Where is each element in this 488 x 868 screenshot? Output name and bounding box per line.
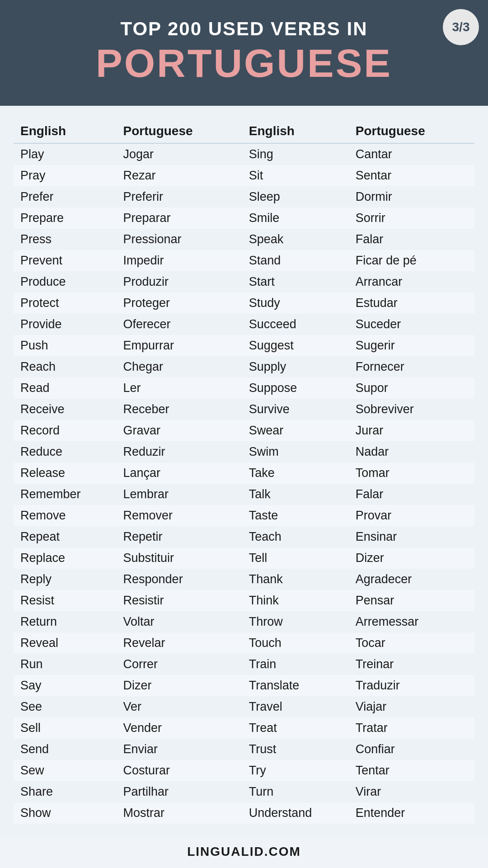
table-row: PreventImpedirStandFicar de pé <box>14 250 474 271</box>
table-cell: Receber <box>117 399 242 420</box>
table-cell: Rezar <box>117 165 242 186</box>
table-cell: Mostrar <box>117 802 242 824</box>
table-cell: Sleep <box>242 186 349 208</box>
table-row: PlayJogarSingCantar <box>14 143 474 165</box>
table-cell: Speak <box>242 229 349 250</box>
table-cell: Voltar <box>117 611 242 632</box>
table-row: SharePartilharTurnVirar <box>14 781 474 802</box>
table-cell: Prefer <box>14 186 117 208</box>
table-cell: Reduce <box>14 441 117 462</box>
table-cell: Virar <box>349 781 474 802</box>
table-cell: Cantar <box>349 143 474 165</box>
table-cell: Suggest <box>242 335 349 356</box>
table-cell: Send <box>14 739 117 760</box>
table-cell: Estudar <box>349 292 474 314</box>
table-row: ReachChegarSupplyFornecer <box>14 356 474 377</box>
table-cell: Partilhar <box>117 781 242 802</box>
table-cell: Costurar <box>117 760 242 781</box>
header: 3/3 TOP 200 USED VERBS IN PORTUGUESE <box>0 0 488 106</box>
table-row: PreferPreferirSleepDormir <box>14 186 474 208</box>
table-cell: Ficar de pé <box>349 250 474 271</box>
page-badge: 3/3 <box>443 9 479 45</box>
table-cell: Record <box>14 420 117 441</box>
table-cell: Viajar <box>349 696 474 717</box>
table-cell: Fornecer <box>349 356 474 377</box>
table-cell: Sell <box>14 717 117 739</box>
table-cell: Ensinar <box>349 526 474 547</box>
table-cell: Suppose <box>242 377 349 399</box>
table-cell: Nadar <box>349 441 474 462</box>
table-cell: Supply <box>242 356 349 377</box>
table-cell: Start <box>242 271 349 292</box>
table-row: SewCosturarTryTentar <box>14 760 474 781</box>
table-cell: Succeed <box>242 314 349 335</box>
table-cell: Swear <box>242 420 349 441</box>
table-cell: Remover <box>117 505 242 526</box>
table-cell: Provar <box>349 505 474 526</box>
table-cell: Take <box>242 462 349 484</box>
table-row: PressPressionarSpeakFalar <box>14 229 474 250</box>
header-subtitle: TOP 200 USED VERBS IN <box>27 18 461 40</box>
table-cell: See <box>14 696 117 717</box>
table-cell: Preparar <box>117 208 242 229</box>
verb-table: English Portuguese English Portuguese Pl… <box>14 119 474 824</box>
table-cell: Prevent <box>14 250 117 271</box>
table-cell: Enviar <box>117 739 242 760</box>
table-cell: Sobreviver <box>349 399 474 420</box>
table-cell: Try <box>242 760 349 781</box>
header-title: PORTUGUESE <box>27 43 461 83</box>
col3-header: English <box>242 119 349 143</box>
footer: LINGUALID.COM <box>0 835 488 868</box>
table-cell: Travel <box>242 696 349 717</box>
table-cell: Reach <box>14 356 117 377</box>
table-cell: Produzir <box>117 271 242 292</box>
table-row: ReplaceSubstituirTellDizer <box>14 547 474 569</box>
table-row: RevealRevelarTouchTocar <box>14 632 474 654</box>
table-cell: Entender <box>349 802 474 824</box>
table-cell: Sorrir <box>349 208 474 229</box>
table-row: RemoveRemoverTasteProvar <box>14 505 474 526</box>
table-cell: Lançar <box>117 462 242 484</box>
table-cell: Oferecer <box>117 314 242 335</box>
table-cell: Release <box>14 462 117 484</box>
table-cell: Sugerir <box>349 335 474 356</box>
table-row: ReplyResponderThankAgradecer <box>14 569 474 590</box>
table-cell: Reveal <box>14 632 117 654</box>
table-cell: Translate <box>242 675 349 696</box>
table-row: ReduceReduzirSwimNadar <box>14 441 474 462</box>
table-cell: Tratar <box>349 717 474 739</box>
table-container: English Portuguese English Portuguese Pl… <box>0 106 488 835</box>
table-cell: Prepare <box>14 208 117 229</box>
table-cell: Remember <box>14 484 117 505</box>
table-cell: Smile <box>242 208 349 229</box>
table-cell: Touch <box>242 632 349 654</box>
table-cell: Vender <box>117 717 242 739</box>
table-cell: Resist <box>14 590 117 611</box>
table-cell: Run <box>14 654 117 675</box>
table-row: PrayRezarSitSentar <box>14 165 474 186</box>
table-cell: Tentar <box>349 760 474 781</box>
table-cell: Jogar <box>117 143 242 165</box>
table-row: ShowMostrarUnderstandEntender <box>14 802 474 824</box>
table-cell: Responder <box>117 569 242 590</box>
table-cell: Empurrar <box>117 335 242 356</box>
table-cell: Reduzir <box>117 441 242 462</box>
table-cell: Think <box>242 590 349 611</box>
table-row: SellVenderTreatTratar <box>14 717 474 739</box>
table-cell: Revelar <box>117 632 242 654</box>
table-cell: Sit <box>242 165 349 186</box>
table-cell: Push <box>14 335 117 356</box>
table-cell: Sing <box>242 143 349 165</box>
table-cell: Treinar <box>349 654 474 675</box>
table-cell: Say <box>14 675 117 696</box>
table-cell: Thank <box>242 569 349 590</box>
table-cell: Sentar <box>349 165 474 186</box>
col2-header: Portuguese <box>117 119 242 143</box>
table-cell: Falar <box>349 484 474 505</box>
table-cell: Tell <box>242 547 349 569</box>
table-cell: Agradecer <box>349 569 474 590</box>
table-cell: Repeat <box>14 526 117 547</box>
table-cell: Press <box>14 229 117 250</box>
table-cell: Show <box>14 802 117 824</box>
table-row: ReadLerSupposeSupor <box>14 377 474 399</box>
